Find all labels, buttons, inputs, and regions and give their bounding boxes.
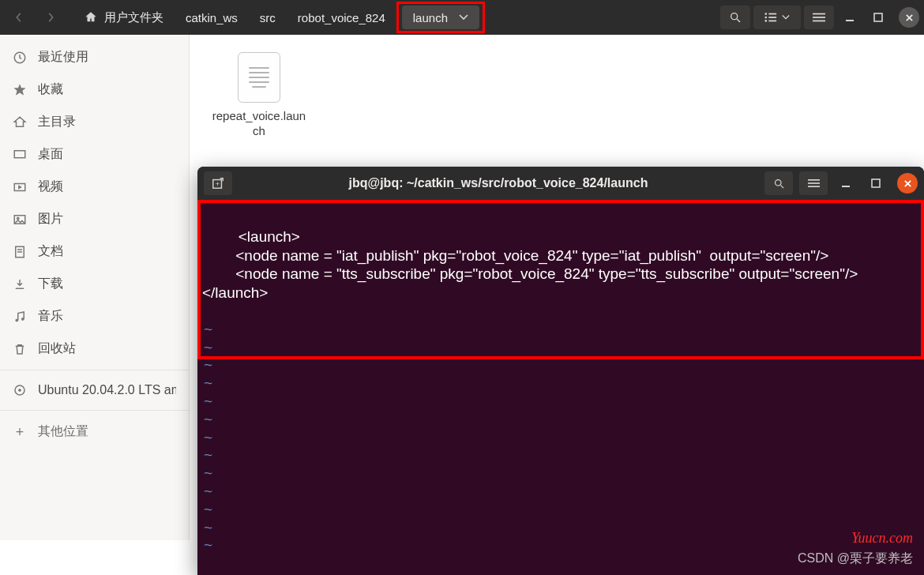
terminal-content: <launch> <node name = "iat_publish" pkg=… <box>202 228 858 301</box>
separator <box>0 370 189 370</box>
terminal-menu-button[interactable] <box>799 171 828 195</box>
sidebar-item-label: 下载 <box>38 276 63 292</box>
svg-rect-3 <box>768 13 776 15</box>
vim-empty-line: ~ <box>202 321 919 339</box>
sidebar-item-downloads[interactable]: 下载 <box>0 268 189 300</box>
vim-empty-line: ~ <box>202 483 919 501</box>
svg-rect-8 <box>813 13 825 15</box>
close-button[interactable] <box>899 7 919 28</box>
crumb-home[interactable]: 用户文件夹 <box>73 6 175 29</box>
forward-button[interactable] <box>36 6 65 29</box>
svg-point-21 <box>16 319 18 321</box>
vim-empty-line: ~ <box>202 411 919 429</box>
search-icon <box>773 178 785 190</box>
highlight-box: launch <box>396 2 485 33</box>
sidebar-item-label: Ubuntu 20.04.2.0 LTS amd <box>38 383 176 397</box>
trash-icon <box>13 342 27 356</box>
crumb-label: 用户文件夹 <box>104 10 163 25</box>
svg-rect-33 <box>872 179 880 187</box>
file-name: repeat_voice.launch <box>212 109 306 139</box>
terminal-search-button[interactable] <box>764 171 793 195</box>
sidebar-item-disk[interactable]: Ubuntu 20.04.2.0 LTS amd <box>0 375 189 405</box>
sidebar-item-label: 最近使用 <box>38 49 88 66</box>
sidebar-item-label: 音乐 <box>38 308 63 325</box>
document-icon <box>13 245 27 259</box>
vim-empty-line: ~ <box>202 501 919 519</box>
svg-point-24 <box>19 389 21 392</box>
terminal-title: jbq@jbq: ~/catkin_ws/src/robot_voice_824… <box>239 176 758 190</box>
clock-icon <box>13 51 27 65</box>
hamburger-icon <box>813 13 825 22</box>
sidebar-item-label: 文档 <box>38 243 63 260</box>
maximize-button[interactable] <box>866 6 891 29</box>
chevron-down-icon <box>459 13 468 21</box>
sidebar: 最近使用 收藏 主目录 桌面 视频 图片 文档 下载 <box>0 35 190 540</box>
vim-empty-line: ~ <box>202 464 919 483</box>
breadcrumb: 用户文件夹 catkin_ws src robot_voice_824 laun… <box>73 2 485 33</box>
sidebar-item-other-locations[interactable]: + 其他位置 <box>0 415 189 448</box>
minimize-icon <box>844 12 855 23</box>
new-tab-icon: + <box>212 177 224 190</box>
sidebar-item-label: 收藏 <box>38 81 63 98</box>
crumb-item[interactable]: catkin_ws <box>175 6 249 29</box>
close-icon <box>905 13 914 22</box>
sidebar-item-pictures[interactable]: 图片 <box>0 203 189 235</box>
svg-text:+: + <box>215 179 220 188</box>
svg-rect-32 <box>842 186 850 187</box>
svg-point-22 <box>21 318 24 320</box>
crumb-label: catkin_ws <box>186 11 238 24</box>
sidebar-item-starred[interactable]: 收藏 <box>0 73 189 106</box>
svg-line-28 <box>780 185 783 188</box>
close-icon <box>903 179 912 188</box>
star-icon <box>13 83 27 97</box>
menu-button[interactable] <box>804 6 834 29</box>
sidebar-item-desktop[interactable]: 桌面 <box>0 138 189 171</box>
svg-rect-10 <box>813 21 825 22</box>
back-button[interactable] <box>5 6 33 29</box>
view-toggle-button[interactable] <box>753 6 801 29</box>
home-icon <box>84 10 98 24</box>
minimize-button[interactable] <box>837 6 862 29</box>
watermark-site: Yuucn.com <box>851 530 913 547</box>
sidebar-item-documents[interactable]: 文档 <box>0 235 189 268</box>
chevron-right-icon <box>45 12 56 23</box>
svg-point-17 <box>17 217 19 220</box>
svg-point-4 <box>764 17 767 19</box>
hamburger-icon <box>808 179 820 188</box>
crumb-item[interactable]: robot_voice_824 <box>287 6 396 29</box>
terminal-titlebar: + jbq@jbq: ~/catkin_ws/src/robot_voice_8… <box>197 167 924 200</box>
sidebar-item-home[interactable]: 主目录 <box>0 106 189 138</box>
terminal-minimize-button[interactable] <box>834 171 858 195</box>
svg-line-1 <box>737 19 740 22</box>
separator <box>0 410 189 411</box>
crumb-item-active[interactable]: launch <box>402 6 479 29</box>
search-icon <box>729 11 742 24</box>
file-icon <box>238 52 280 103</box>
svg-point-2 <box>764 13 767 15</box>
file-manager-titlebar: 用户文件夹 catkin_ws src robot_voice_824 laun… <box>0 0 924 35</box>
maximize-icon <box>873 13 883 22</box>
sidebar-item-recent[interactable]: 最近使用 <box>0 41 189 73</box>
vim-empty-line: ~ <box>202 374 919 393</box>
crumb-item[interactable]: src <box>249 6 287 29</box>
sidebar-item-label: 图片 <box>38 211 63 227</box>
sidebar-item-music[interactable]: 音乐 <box>0 300 189 333</box>
sidebar-item-label: 回收站 <box>38 340 76 357</box>
new-tab-button[interactable]: + <box>204 171 232 195</box>
svg-rect-31 <box>808 186 820 187</box>
maximize-icon <box>871 179 881 188</box>
vim-empty-line: ~ <box>202 519 919 537</box>
file-item[interactable]: repeat_voice.launch <box>212 52 306 139</box>
terminal-maximize-button[interactable] <box>864 171 888 195</box>
svg-rect-30 <box>808 182 820 184</box>
terminal-close-button[interactable] <box>897 173 918 194</box>
terminal-body[interactable]: <launch> <node name = "iat_publish" pkg=… <box>197 200 924 575</box>
sidebar-item-trash[interactable]: 回收站 <box>0 333 189 365</box>
sidebar-item-videos[interactable]: 视频 <box>0 171 189 203</box>
disk-icon <box>13 383 27 397</box>
vim-empty-line: ~ <box>202 393 919 411</box>
search-button[interactable] <box>720 6 750 29</box>
vim-empty-line: ~ <box>202 339 919 357</box>
svg-rect-12 <box>874 13 882 21</box>
plus-icon: + <box>13 425 27 439</box>
